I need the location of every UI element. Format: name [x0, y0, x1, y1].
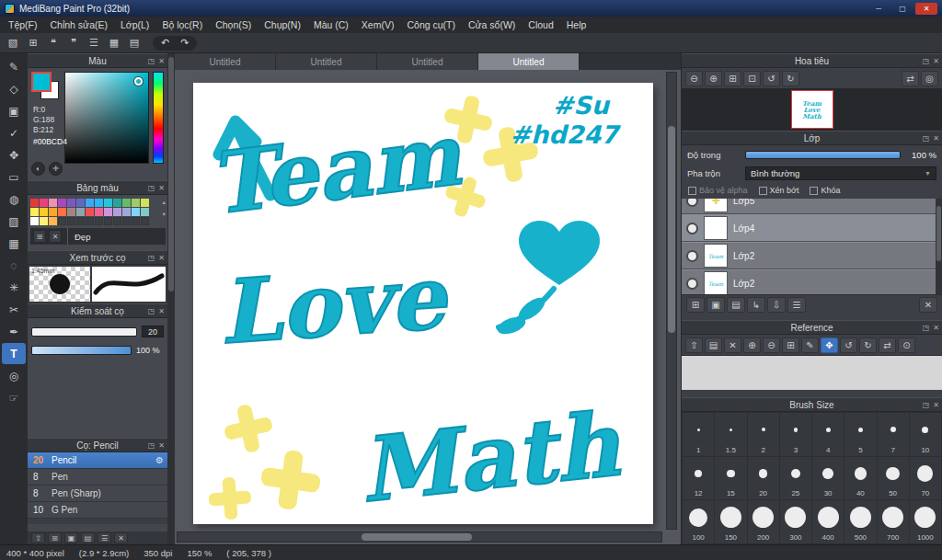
brush-item-partial[interactable] [28, 524, 167, 531]
palette-swatch[interactable] [132, 208, 140, 216]
layer-visibility-toggle[interactable] [685, 252, 698, 260]
tab-untitled-2[interactable]: Untitled [377, 53, 478, 70]
popout-icon[interactable]: ◳ [148, 307, 155, 315]
hscroll-handle[interactable] [362, 533, 472, 541]
palette-swatch[interactable] [76, 217, 85, 225]
palette-swatch[interactable] [132, 217, 140, 225]
close-icon[interactable]: ✕ [158, 307, 165, 315]
maximize-button[interactable]: ▢ [891, 3, 913, 15]
palette-swatch[interactable] [76, 199, 85, 207]
select-tool[interactable]: ▦ [2, 233, 26, 254]
palette-swatch[interactable] [40, 208, 48, 216]
brush-settings-icon[interactable]: ⚙ [155, 455, 164, 465]
layer-clipping-button[interactable]: ↳ [747, 297, 765, 313]
close-button[interactable]: ✕ [915, 3, 937, 15]
brush-size-cell-700[interactable]: 700 [878, 500, 909, 543]
palette-swatch[interactable] [30, 217, 39, 225]
navigator-thumbnail[interactable]: Team Love Math [791, 90, 833, 129]
palette-swatch[interactable] [67, 208, 75, 216]
palette-swatch[interactable] [122, 208, 131, 216]
shape-tool[interactable]: ▭ [2, 166, 26, 188]
layer-layer-menu-button[interactable]: ☰ [787, 297, 806, 313]
palette-name[interactable]: Đẹp [67, 228, 90, 245]
palette-swatch[interactable] [58, 217, 66, 225]
color-picker-cursor[interactable] [134, 77, 143, 86]
brush-size-cell-5[interactable]: 5 [844, 413, 876, 456]
palette-swatch[interactable] [104, 208, 112, 216]
canvas-viewport[interactable]: Team Love Math #Su #hd247 [175, 70, 681, 544]
popout-icon[interactable]: ◳ [923, 134, 930, 143]
undo-button[interactable]: ↶ [161, 38, 169, 48]
toolbar-material-icon[interactable]: ▤ [125, 35, 144, 51]
close-icon[interactable]: ✕ [933, 324, 939, 332]
popout-icon[interactable]: ◳ [923, 57, 930, 65]
close-icon[interactable]: ✕ [158, 441, 165, 450]
brush-item[interactable]: 20Pencil⚙ [28, 452, 167, 469]
reference-zoom-in-icon[interactable]: ⊕ [743, 337, 761, 353]
palette-swatch[interactable] [113, 199, 121, 207]
layer-row-0[interactable]: ✚Lớp5 [682, 199, 942, 214]
brush-item[interactable]: 8Pen (Sharp) [28, 486, 167, 502]
reference-draw-icon[interactable]: ✎ [801, 337, 819, 353]
brush-size-cell-40[interactable]: 40 [844, 457, 876, 500]
palette-swatch[interactable] [86, 199, 94, 207]
palette-swatch[interactable] [95, 199, 103, 207]
palette-swatch[interactable] [141, 217, 149, 225]
palette-swatch[interactable] [30, 208, 39, 216]
palette-swatch[interactable] [86, 217, 94, 225]
layer-row-1[interactable]: Lớp4 [682, 214, 942, 242]
brush-size-cell-12[interactable]: 12 [683, 457, 714, 500]
brush-item[interactable]: 10G Pen [28, 502, 167, 519]
brush-size-slider[interactable] [31, 327, 137, 337]
close-icon[interactable]: ✕ [158, 57, 165, 65]
wand-tool[interactable]: ✳ [2, 277, 26, 298]
menu-item-file[interactable]: Tệp(F) [2, 17, 44, 33]
navigator-loupe-icon[interactable]: ◎ [921, 71, 938, 86]
palette-swatch[interactable] [95, 217, 103, 225]
brush-size-cell-25[interactable]: 25 [780, 457, 811, 500]
reference-pin-icon[interactable]: ⊙ [898, 337, 915, 353]
menu-item-tools[interactable]: Công cụ(T) [400, 17, 462, 33]
reference-flip-icon[interactable]: ⇄ [879, 337, 896, 353]
toolbar-announce-icon[interactable]: ❞ [64, 35, 83, 51]
gradient-tool[interactable]: ▨ [2, 211, 26, 232]
reference-folder-icon[interactable]: ▤ [705, 337, 722, 353]
layer-new-layer-button[interactable]: ⊞ [686, 297, 705, 313]
lock-checkbox[interactable]: Khóa [810, 186, 840, 195]
toolbar-grid-icon[interactable]: ▦ [105, 35, 123, 51]
redo-button[interactable]: ↷ [180, 38, 189, 48]
delete-palette-button[interactable]: ✕ [49, 230, 62, 243]
brush-size-cell-100[interactable]: 100 [683, 500, 714, 543]
palette-swatch[interactable] [113, 217, 121, 225]
popout-icon[interactable]: ◳ [148, 254, 155, 262]
reference-rotate-cw-icon[interactable]: ↻ [859, 337, 877, 353]
reference-zoom-out-icon[interactable]: ⊖ [763, 337, 780, 353]
menu-item-select[interactable]: Chọn(S) [209, 17, 258, 33]
zoom-tool[interactable]: ◎ [2, 365, 26, 386]
color-wheel-toggle[interactable]: ◐ [31, 162, 45, 176]
snap-tool[interactable]: ✓ [2, 122, 26, 143]
minimize-button[interactable]: ─ [867, 3, 890, 15]
scroll-down-icon[interactable]: ▼ [162, 211, 167, 217]
toolbar-panel-toggle-icon[interactable]: ▧ [4, 35, 22, 51]
upload-brush-icon[interactable]: ⇧ [31, 532, 45, 543]
layer-list-scroll-handle[interactable] [936, 206, 941, 261]
brush-size-cell-20[interactable]: 20 [748, 457, 779, 500]
menu-item-cloud[interactable]: Cloud [522, 17, 559, 33]
brush-size-cell-300[interactable]: 300 [780, 500, 811, 543]
palette-swatch[interactable] [113, 208, 121, 216]
palette-swatch[interactable] [49, 217, 57, 225]
close-icon[interactable]: ✕ [158, 184, 165, 192]
palette-swatch[interactable] [86, 208, 94, 216]
toolbar-new-canvas-icon[interactable]: ⊞ [24, 35, 42, 51]
brush-size-cell-150[interactable]: 150 [715, 500, 746, 543]
tab-untitled-0[interactable]: Untitled [175, 53, 276, 70]
brush-size-cell-500[interactable]: 500 [844, 500, 876, 543]
divide-tool[interactable]: ✂ [2, 299, 26, 320]
clipping-checkbox[interactable]: Xén bớt [759, 186, 799, 195]
text-tool[interactable]: T [2, 343, 26, 364]
brush-size-cell-2[interactable]: 2 [748, 413, 779, 456]
palette-swatch[interactable] [104, 199, 112, 207]
menu-item-help[interactable]: Help [560, 17, 593, 33]
reference-rotate-ccw-icon[interactable]: ↺ [840, 337, 857, 353]
